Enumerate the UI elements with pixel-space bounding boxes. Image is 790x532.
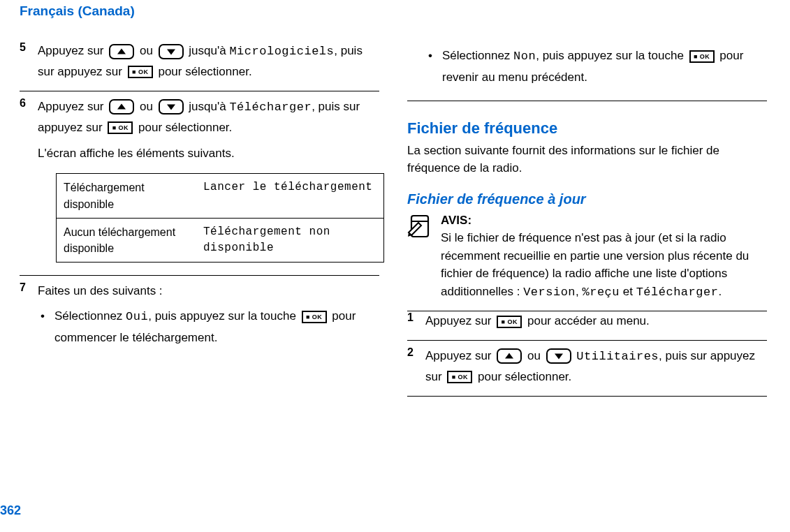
table-row: Aucun téléchargement disponible Téléchar…: [57, 218, 383, 262]
text: L'écran affiche les éléments suivants.: [38, 144, 384, 164]
arrow-up-icon: [109, 44, 134, 59]
table-cell: Aucun téléchargement disponible: [57, 219, 196, 262]
menu-term: Télécharger: [636, 286, 719, 299]
step-number: 5: [20, 41, 38, 82]
step-body: Faites un des suivants : Sélectionnez Ou…: [38, 281, 379, 352]
menu-term: Télécharger: [229, 101, 312, 114]
menu-term: %reçu: [583, 286, 620, 299]
ok-button-icon: [497, 316, 522, 328]
text: pour sélectionner.: [158, 65, 251, 78]
step-number: 7: [20, 281, 38, 352]
text: Appuyez sur: [38, 44, 107, 57]
ok-button-icon: [689, 50, 715, 63]
step-7: 7 Faites un des suivants : Sélectionnez …: [20, 281, 379, 357]
text: , puis appuyez sur la touche: [536, 49, 687, 62]
text: Sélectionnez: [54, 309, 126, 323]
paragraph: La section suivante fournit des informat…: [407, 142, 767, 177]
table-cell: Téléchargement disponible: [57, 174, 196, 217]
arrow-up-icon: [497, 348, 522, 364]
step-body: Appuyez sur ou Utilitaires, puis sur app…: [425, 346, 767, 387]
text: , puis appuyez sur la touche: [148, 309, 299, 323]
text: Faites un des suivants :: [38, 281, 379, 302]
left-column: 5 Appuyez sur ou jusqu'à Micrologiciels,…: [6, 41, 393, 402]
ok-button-icon: [302, 311, 327, 323]
text: ou: [527, 349, 544, 362]
table-cell: Téléchargement non disponible: [196, 219, 383, 262]
page-header: Français (Canada): [0, 0, 790, 19]
step-number: 6: [20, 97, 38, 267]
text: ou: [140, 100, 156, 113]
language-label: Français (Canada): [20, 3, 135, 18]
download-status-table: Téléchargement disponible Lancer le télé…: [56, 173, 384, 263]
step-body: Appuyez sur pour accéder au menu.: [425, 311, 767, 332]
arrow-down-icon: [159, 44, 184, 59]
text: jusqu'à: [189, 100, 229, 113]
table-row: Téléchargement disponible Lancer le télé…: [57, 174, 383, 217]
step-body: Appuyez sur ou jusqu'à Micrologiciels, p…: [38, 41, 379, 82]
text: et: [620, 285, 636, 298]
menu-term: Oui: [126, 310, 148, 323]
text: pour sélectionner.: [478, 370, 571, 383]
text: ,: [576, 285, 582, 298]
step-5: 5 Appuyez sur ou jusqu'à Micrologiciels,…: [20, 41, 379, 91]
two-column-layout: 5 Appuyez sur ou jusqu'à Micrologiciels,…: [0, 19, 790, 402]
table-cell: Lancer le téléchargement: [196, 174, 383, 217]
ok-button-icon: [128, 66, 153, 78]
arrow-down-icon: [159, 99, 184, 114]
step-7-continued: Sélectionnez Non, puis appuyez sur la to…: [407, 41, 767, 101]
right-column: Sélectionnez Non, puis appuyez sur la to…: [393, 41, 781, 402]
step-number: 2: [407, 346, 425, 387]
note-icon: [407, 213, 434, 239]
bullet-list: Sélectionnez Non, puis appuyez sur la to…: [425, 45, 767, 88]
arrow-up-icon: [109, 99, 134, 114]
text: jusqu'à: [189, 44, 229, 57]
text: ou: [140, 44, 156, 57]
notice-body: AVIS: Si le fichier de fréquence n'est p…: [441, 212, 767, 302]
arrow-down-icon: [546, 348, 571, 364]
notice-icon-wrap: [407, 212, 441, 302]
step-1: 1 Appuyez sur pour accéder au menu.: [407, 311, 767, 341]
section-subheading: Fichier de fréquence à jour: [407, 191, 767, 207]
text: Sélectionnez: [442, 49, 513, 62]
text: .: [718, 285, 722, 298]
ok-button-icon: [108, 121, 133, 134]
page-number: 362: [0, 503, 21, 518]
text: Appuyez sur: [425, 314, 495, 327]
step-2: 2 Appuyez sur ou Utilitaires, puis sur a…: [407, 346, 767, 397]
text: Appuyez sur: [425, 349, 495, 362]
step-number: 1: [407, 311, 425, 332]
menu-term: Utilitaires: [576, 350, 659, 363]
notice-label: AVIS:: [441, 214, 471, 227]
menu-term: Version: [523, 286, 576, 299]
text: pour accéder au menu.: [527, 314, 650, 327]
ok-button-icon: [447, 371, 472, 383]
bullet-list: Sélectionnez Oui, puis appuyez sur la to…: [38, 306, 379, 348]
step-body: Appuyez sur ou jusqu'à Télécharger, puis…: [38, 97, 384, 267]
menu-term: Micrologiciels: [229, 45, 334, 58]
text: Appuyez sur: [38, 100, 107, 113]
list-item: Sélectionnez Non, puis appuyez sur la to…: [425, 45, 767, 88]
section-heading: Fichier de fréquence: [407, 119, 767, 138]
list-item: Sélectionnez Oui, puis appuyez sur la to…: [38, 306, 379, 348]
notice-block: AVIS: Si le fichier de fréquence n'est p…: [407, 212, 767, 302]
step-6: 6 Appuyez sur ou jusqu'à Télécharger, pu…: [20, 97, 379, 276]
text: pour sélectionner.: [138, 121, 232, 134]
menu-term: Non: [513, 50, 536, 63]
step-body: Sélectionnez Non, puis appuyez sur la to…: [425, 41, 767, 92]
